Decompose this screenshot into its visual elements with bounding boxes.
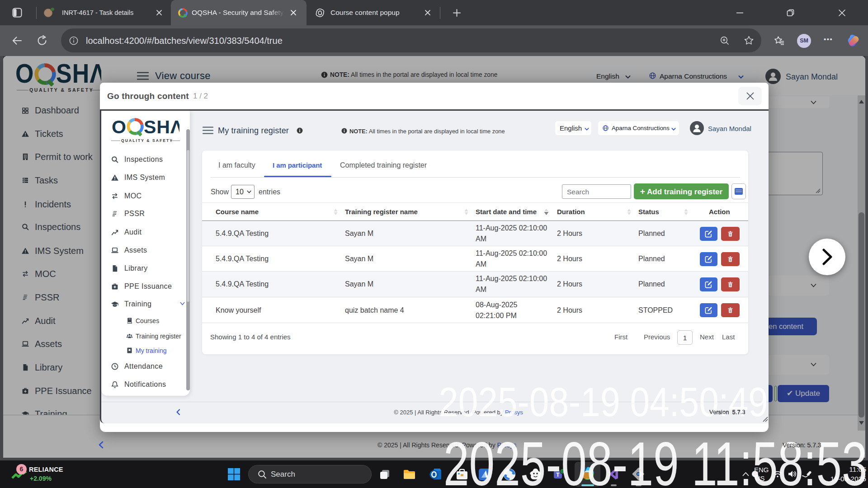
svg-text:O: O xyxy=(112,116,127,137)
svg-text:SHΛ: SHΛ xyxy=(144,116,179,137)
